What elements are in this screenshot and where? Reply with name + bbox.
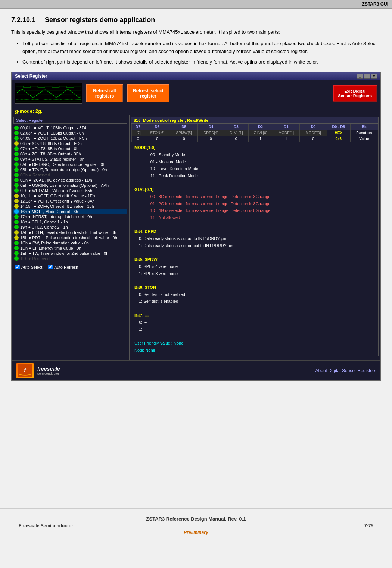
auto-select-checkbox[interactable] [15,265,20,269]
auto-refresh-checkbox[interactable] [48,265,53,269]
bit-header-bit: Bit [350,124,378,130]
register-item[interactable]: 19h ● CTL2, Control2 - 1h [13,225,127,230]
register-item[interactable]: 07h ● YOUT8, 8Bits Output - 0h [13,146,127,151]
register-name: 1Fh ● Reserved [20,256,50,261]
bit-header-d3: D3 [224,124,248,130]
bit-val-hex: 0x6 [327,136,350,142]
register-indicator [14,167,19,172]
feature-item-1: Left part contains list of all registers… [22,40,381,56]
bit-table: D7 D6 D5 D4 D3 D2 D1 D0 D0 - D8 Bit [131,124,378,142]
register-item[interactable]: 1Ch ● PW, Pulse durantion value - 0h [13,240,127,246]
exit-digital-button[interactable]: Exit Digital Sensor Registers [333,85,377,102]
freescale-brand: freescale [37,366,60,372]
bit-func-d4: DRPD[4] [198,130,224,136]
note-label: Note: None [134,348,155,352]
mode-section: MODE[1:0] 00 - Standby Mode 01 - Measure… [134,144,375,179]
auto-select-checkbox-label[interactable]: Auto Select [15,265,42,269]
footer-left: Freescale Semiconductor [19,523,73,528]
register-item[interactable]: 00,01h ● XOUT, 10Bits Output - 3F4 [13,125,127,130]
bit-val-d6: 0 [144,136,170,142]
register-item[interactable]: 02,03h ● YOUT, 10Bits Output - 0h [13,130,127,136]
register-indicator [14,225,19,229]
register-item[interactable]: 12,13h ● YOFF, Offset drift Y value - 3A… [13,198,127,204]
register-item[interactable]: 0Eh ● USRINF, User information(Optional)… [13,183,127,188]
window-controls: _ □ × [357,74,377,79]
close-button[interactable]: × [371,74,377,79]
bit-val-d7: 0 [132,136,144,142]
bit-val-d5: 0 [170,136,198,142]
bit-header-d1: D1 [273,124,300,130]
glvl-warning-00: 00 - 8G is selected for measurement rang… [134,194,271,199]
register-indicator [14,235,19,240]
main-content: 7.2.10.1 Sensor registers demo applicati… [0,9,392,501]
intro-paragraph: This is specially designed window that s… [11,28,381,36]
spi3w-section: Bit5: SPI3W 0: SPI is 4 wire mode 1: SPI… [134,256,375,277]
register-indicator [14,146,19,151]
window-titlebar: Select Register _ □ × [12,72,380,80]
top-panel: Refresh all registers Refresh select reg… [12,80,380,107]
register-indicator [14,230,19,235]
register-item[interactable]: 0Bh ● TOUT, Temperature output(Optional)… [13,167,127,172]
register-item[interactable]: 1Fh ● Reserved [13,256,127,261]
checkbox-row: Auto Select Auto Refresh [12,262,129,272]
maximize-button[interactable]: □ [364,74,370,79]
glvl-warning-11: 11 - Not allowed [134,215,180,220]
page-footer: ZSTAR3 Reference Design Manual, Rev. 0.1… [0,508,392,546]
bit-val-d1: 1 [273,136,300,142]
freescale-logo-icon: f [16,363,34,378]
register-item[interactable]: 16h ● MCTL, Mode Control - 6h [13,209,127,214]
register-indicator [14,209,19,214]
panels-container: Select Register 00,01h ● XOUT, 10Bits Ou… [12,115,380,360]
register-item[interactable]: 0Ch ● Reserved [13,172,127,178]
register-name: 00,01h ● XOUT, 10Bits Output - 3F4 [20,126,86,130]
register-item[interactable]: 09h ● STATUS, Status register - 0h [13,157,127,162]
minimize-button[interactable]: _ [357,74,363,79]
register-item[interactable]: 1Eh ● TW, Time window for 2nd pulse valu… [13,251,127,256]
freescale-logo: f freescale semiconductor [16,363,60,378]
register-name: 0Ch ● Reserved [20,173,50,177]
register-indicator [14,194,19,198]
register-item[interactable]: 04,05h ● ZOUT, 10Bits Output - FCh [13,136,127,141]
refresh-all-button[interactable]: Refresh all registers [86,84,123,102]
g-mode-label: g-mode: 2g. [12,107,380,115]
register-name: 1Ah ● LDTH, Level detection treshold lim… [20,230,116,235]
footer-center: ZSTAR3 Reference Design Manual, Rev. 0.1 [7,516,385,522]
register-name: 07h ● YOUT8, 8Bits Output - 0h [20,146,78,151]
glvl-section: GLVL[0:1] 00 - 8G is selected for measur… [134,186,375,221]
preliminary-text: Preliminary [7,530,385,538]
register-indicator [14,204,19,209]
register-item[interactable]: 17h ● INTRST, Interrupt latch reset - 0h [13,214,127,219]
register-item[interactable]: 06h ● XOUT8, 8Bits Output - FDh [13,141,127,146]
register-indicator [14,241,19,245]
bit-val-d0: 0 [300,136,327,142]
register-item[interactable]: 1Bh ● PDTH, Pulse detection treshold lim… [13,235,127,240]
drpd-section: Bit4: DRPD 0: Data ready status is outpu… [134,228,375,249]
register-indicator [14,220,19,224]
register-item[interactable]: 18h ● CTL1, Control1 - 1h [13,219,127,225]
section-heading: Sensor registers demo application [45,16,155,24]
bit-func-d2: GLVL[0] [248,130,273,136]
bit-header-d0: D0 [300,124,327,130]
register-item[interactable]: 1Ah ● LDTH, Level detection treshold lim… [13,230,127,235]
about-digital-link[interactable]: About Digital Sensor Registers [315,368,376,373]
refresh-select-button[interactable]: Refresh select register [127,84,169,102]
register-item[interactable]: 0Fh ● WHOAMI, 'Who am I' value - 55h [13,188,127,193]
register-item[interactable]: 08h ● ZOUT8, 8Bits Output - 3Fh [13,151,127,157]
register-item[interactable]: 0Dh ● I2CAD, IIC device address - 1Dh [13,178,127,183]
bit-value-row: 0 0 0 0 0 1 1 0 0x6 Value [132,136,378,142]
register-item[interactable]: 10,11h ● XOFF, Offset drift X value - 1E… [13,193,127,198]
auto-refresh-checkbox-label[interactable]: Auto Refresh [48,265,78,269]
ston-header: Bit6: STON [134,285,156,290]
register-item[interactable]: 14,15h ● ZOFF, Offset drift Z value - 15… [13,204,127,209]
select-register-window: Select Register _ □ × [11,72,381,381]
register-item[interactable]: 1Dh ● LT, Latency time value - 0h [13,246,127,251]
register-indicator [14,141,19,146]
register-name: 06h ● XOUT8, 8Bits Output - FDh [20,141,82,146]
register-list[interactable]: 00,01h ● XOUT, 10Bits Output - 3F402,03h… [12,124,129,262]
bit-header-d2: D2 [248,124,273,130]
register-name: 1Bh ● PDTH, Pulse detection treshold lim… [20,235,117,240]
bit-val-d3: 0 [224,136,248,142]
register-indicator [14,131,19,135]
register-item[interactable]: 0Ah ● DETSRC, Detection source register … [13,162,127,167]
register-name: 1Ch ● PW, Pulse durantion value - 0h [20,241,89,245]
